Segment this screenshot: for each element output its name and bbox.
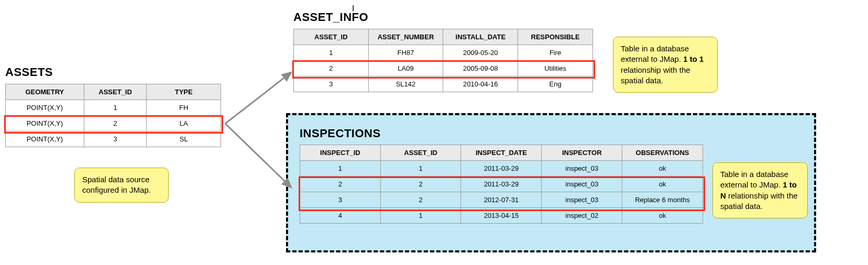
note-text: Spatial data source configured in JMap. xyxy=(82,175,151,194)
col-inspect-id: INSPECT_ID xyxy=(300,145,381,161)
col-asset-id: ASSET_ID xyxy=(294,29,369,45)
arrow-assets-to-inspections xyxy=(225,124,291,187)
table-row: POINT(X,Y) 2 LA xyxy=(6,116,221,131)
inspections-table: INSPECT_ID ASSET_ID INSPECT_DATE INSPECT… xyxy=(300,145,703,224)
table-row: 4 1 2013-04-15 inspect_02 ok xyxy=(300,208,703,224)
assets-table: GEOMETRY ASSET_ID TYPE POINT(X,Y) 1 FH P… xyxy=(5,84,221,147)
arrow-assets-to-assetinfo xyxy=(225,72,291,124)
table-header-row: GEOMETRY ASSET_ID TYPE xyxy=(6,84,221,100)
assets-title: ASSETS xyxy=(5,65,53,79)
asset-info-note: Table in a database external to JMap. 1 … xyxy=(613,37,718,93)
col-responsible: RESPONSIBLE xyxy=(518,29,593,45)
col-inspector: INSPECTOR xyxy=(542,145,622,161)
note-text-pre: Table in a database external to JMap. xyxy=(720,170,788,189)
col-observations: OBSERVATIONS xyxy=(622,145,703,161)
col-asset-id: ASSET_ID xyxy=(380,145,461,161)
table-row: 2 2 2011-03-29 inspect_03 ok xyxy=(300,176,703,192)
table-row: 2 LA09 2005-09-08 Utilities xyxy=(294,61,593,76)
table-row: 3 2 2012-07-31 inspect_03 Replace 6 mont… xyxy=(300,192,703,208)
col-asset-number: ASSET_NUMBER xyxy=(368,29,443,45)
table-header-row: ASSET_ID ASSET_NUMBER INSTALL_DATE RESPO… xyxy=(294,29,593,45)
table-row: POINT(X,Y) 1 FH xyxy=(6,100,221,116)
col-type: TYPE xyxy=(147,84,221,100)
table-row: 1 1 2011-03-29 inspect_03 ok xyxy=(300,161,703,176)
note-text-post: relationship with the spatial data. xyxy=(720,191,798,211)
assets-note: Spatial data source configured in JMap. xyxy=(74,168,169,203)
note-text-pre: Table in a database external to JMap. xyxy=(621,44,689,63)
col-inspect-date: INSPECT_DATE xyxy=(461,145,542,161)
table-header-row: INSPECT_ID ASSET_ID INSPECT_DATE INSPECT… xyxy=(300,145,703,161)
table-row: 3 SL142 2010-04-16 Eng xyxy=(294,76,593,92)
table-row: POINT(X,Y) 3 SL xyxy=(6,131,221,147)
asset-info-table: ASSET_ID ASSET_NUMBER INSTALL_DATE RESPO… xyxy=(293,29,593,92)
table-row: 1 FH87 2009-05-20 Fire xyxy=(294,45,593,61)
col-install-date: INSTALL_DATE xyxy=(443,29,518,45)
col-asset-id: ASSET_ID xyxy=(84,84,147,100)
note-text-bold: 1 to 1 xyxy=(683,54,704,63)
inspections-title: INSPECTIONS xyxy=(300,127,381,140)
inspections-note: Table in a database external to JMap. 1 … xyxy=(712,162,808,218)
note-text-post: relationship with the spatial data. xyxy=(621,65,690,85)
asset-info-title: ASSET_INFO xyxy=(293,10,368,24)
col-geometry: GEOMETRY xyxy=(6,84,84,100)
